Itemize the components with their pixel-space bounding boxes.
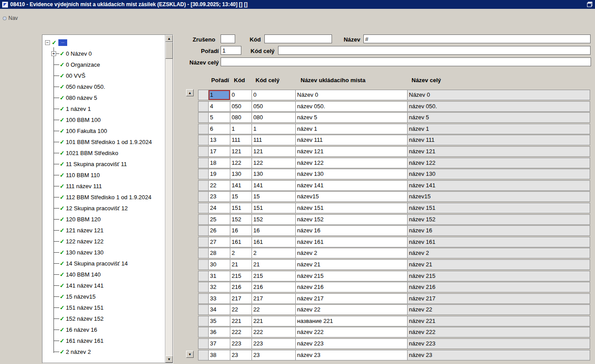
table-cell[interactable]: název 122: [295, 158, 408, 168]
table-cell[interactable]: 080: [230, 112, 252, 123]
row-selector[interactable]: [198, 158, 209, 168]
scroll-down-icon[interactable]: ▼: [165, 356, 173, 363]
tree-item-label[interactable]: 1 název 1: [66, 106, 91, 112]
tree-item-label[interactable]: 151 název 151: [66, 304, 103, 311]
tree-item[interactable]: + ✓ 0 Název 0: [42, 48, 165, 59]
tree-item[interactable]: + ✓ 141 název 141: [42, 280, 165, 291]
table-cell[interactable]: 221: [252, 316, 296, 326]
table-cell[interactable]: 23: [208, 191, 230, 202]
table-cell[interactable]: 216: [252, 282, 296, 292]
table-row[interactable]: 6 1 1 název 1 název 1: [198, 124, 590, 134]
table-cell[interactable]: 30: [208, 259, 230, 270]
table-cell[interactable]: název 216: [295, 282, 408, 292]
table-row[interactable]: 28 2 2 název 2 název 2: [198, 248, 590, 258]
table-cell[interactable]: název 21: [407, 259, 590, 270]
tree-item[interactable]: + ✓ 1021 BBM Středisko: [42, 148, 165, 159]
table-cell[interactable]: 215: [252, 271, 296, 281]
table-cell[interactable]: 25: [208, 214, 230, 225]
tree-item[interactable]: + ✓ 151 název 151: [42, 302, 165, 313]
table-cell[interactable]: 19: [208, 169, 230, 179]
table-scroll-down-icon[interactable]: ▼: [186, 351, 194, 358]
table-cell[interactable]: 130: [230, 169, 252, 179]
table-cell[interactable]: název 121: [407, 146, 590, 157]
tree-item-label[interactable]: 100 Fakulta 100: [66, 128, 107, 134]
tree-item[interactable]: + ✓ 00 VVŠ: [42, 70, 165, 81]
table-cell[interactable]: 38: [208, 350, 230, 360]
nav-toggle[interactable]: Nav: [3, 15, 18, 21]
table-cell[interactable]: 151: [252, 203, 296, 213]
row-selector[interactable]: [198, 327, 209, 337]
tree-item-label[interactable]: 00 VVŠ: [66, 72, 85, 79]
table-row[interactable]: 22 141 141 název 141 název 141: [198, 180, 590, 191]
tree-item-label[interactable]: 101 BBM Středisko 1 od 1.9.2024: [66, 139, 152, 145]
table-cell[interactable]: 223: [230, 338, 252, 349]
table-cell[interactable]: 15: [230, 191, 252, 202]
tree-item-label[interactable]: 14 Skupina pracovišť 14: [66, 260, 128, 267]
tree-item-label[interactable]: 121 název 121: [66, 227, 103, 234]
tree-item[interactable]: + ✓ 140 BBM 140: [42, 269, 165, 280]
table-cell[interactable]: název 16: [295, 225, 408, 236]
table-cell[interactable]: název 223: [295, 338, 408, 349]
table-cell[interactable]: název 050.: [295, 101, 408, 112]
table-row[interactable]: 23 15 15 název15 název15: [198, 191, 590, 202]
table-row[interactable]: 37 223 223 název 223 název 223: [198, 338, 590, 349]
table-cell[interactable]: 37: [208, 338, 230, 349]
table-cell[interactable]: 161: [230, 237, 252, 247]
table-cell[interactable]: 22: [230, 304, 252, 315]
tree-item-label[interactable]: 0 Název 0: [66, 50, 92, 57]
table-row[interactable]: 13 111 111 název 111 název 111: [198, 135, 590, 145]
row-selector[interactable]: [198, 101, 209, 112]
row-selector[interactable]: [198, 169, 209, 179]
table-cell[interactable]: 152: [252, 214, 296, 225]
table-cell[interactable]: 122: [230, 158, 252, 168]
table-row[interactable]: 26 16 16 název 16 název 16: [198, 225, 590, 236]
table-cell[interactable]: 23: [230, 350, 252, 360]
tree-item[interactable]: + ✓ 122 název 122: [42, 236, 165, 247]
tree-item-label[interactable]: 16 název 16: [66, 326, 97, 333]
tree-item[interactable]: + ✓ 1 název 1: [42, 103, 165, 114]
table-cell[interactable]: 2: [252, 248, 296, 258]
table-cell[interactable]: 0: [252, 90, 296, 100]
row-selector[interactable]: [198, 214, 209, 225]
table-cell[interactable]: 215: [230, 271, 252, 281]
tree-item[interactable]: + ✓ 111 název 111: [42, 181, 165, 192]
table-cell[interactable]: 222: [252, 327, 296, 337]
table-row[interactable]: 36 222 222 název 222 název 222: [198, 327, 590, 337]
table-row[interactable]: 1 0 0 Název 0 Název 0: [198, 90, 590, 100]
tree-item[interactable]: + ✓ 100 BBM 100: [42, 114, 165, 125]
tree-item-label[interactable]: 161 název 161: [66, 337, 103, 344]
scroll-up-icon[interactable]: ▲: [165, 35, 173, 42]
table-cell[interactable]: 28: [208, 248, 230, 258]
table-cell[interactable]: Název 0: [295, 90, 408, 100]
table-cell[interactable]: název 1: [407, 124, 590, 134]
table-cell[interactable]: název 111: [407, 135, 590, 145]
table-cell[interactable]: název 221: [407, 316, 590, 326]
kod-input[interactable]: [264, 34, 332, 43]
table-cell[interactable]: 222: [230, 327, 252, 337]
table-cell[interactable]: název 222: [295, 327, 408, 337]
table-cell[interactable]: název 223: [407, 338, 590, 349]
table-cell[interactable]: 1: [230, 124, 252, 134]
table-row[interactable]: 31 215 215 název 215 název 215: [198, 271, 590, 281]
table-cell[interactable]: název 215: [295, 271, 408, 281]
tree-item[interactable]: + ✓ 161 název 161: [42, 335, 165, 346]
tree-item-label[interactable]: 080 název 5: [66, 95, 97, 101]
table-cell[interactable]: 36: [208, 327, 230, 337]
table-cell[interactable]: 1: [208, 90, 230, 100]
table-cell[interactable]: 18: [208, 158, 230, 168]
table-cell[interactable]: název 22: [295, 304, 408, 315]
row-selector[interactable]: [198, 350, 209, 360]
table-cell[interactable]: 26: [208, 225, 230, 236]
table-row[interactable]: 35 221 221 название 221 název 221: [198, 316, 590, 326]
collapse-icon[interactable]: −: [45, 40, 50, 45]
tree-item-label[interactable]: 0 Organizace: [66, 61, 100, 68]
table-cell[interactable]: 33: [208, 293, 230, 304]
table-cell[interactable]: název 21: [295, 259, 408, 270]
tree-item[interactable]: + ✓ 14 Skupina pracovišť 14: [42, 258, 165, 269]
table-cell[interactable]: název 16: [407, 225, 590, 236]
table-cell[interactable]: 27: [208, 237, 230, 247]
tree-item[interactable]: + ✓ 2 název 2: [42, 346, 165, 357]
row-selector[interactable]: [198, 248, 209, 258]
tree-item-label[interactable]: 11 Skupina pracovišť 11: [66, 161, 127, 167]
poradi-input[interactable]: [221, 46, 241, 55]
